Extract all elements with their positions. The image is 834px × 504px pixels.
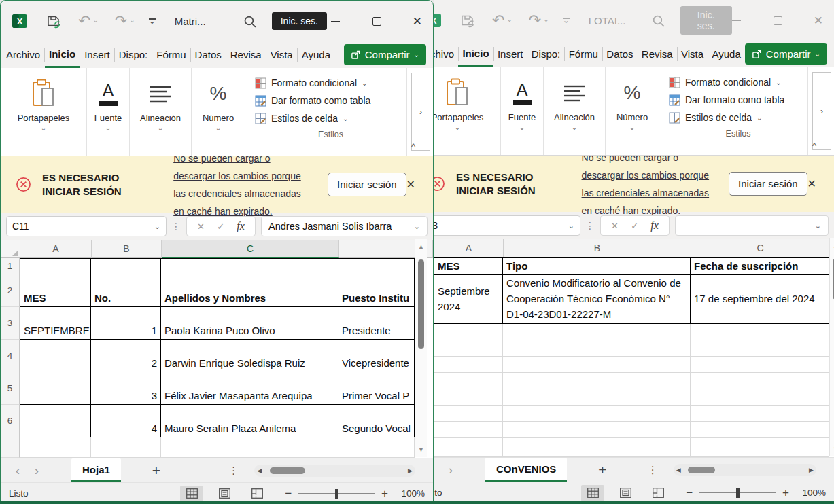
zoom-slider[interactable] [699, 492, 776, 493]
cell[interactable]: 3 [91, 372, 161, 405]
redo-icon[interactable]: ↷ [115, 14, 127, 29]
horizontal-scrollbar[interactable]: ◀ ▶ [674, 464, 816, 476]
tab-inicio[interactable]: Inicio [45, 41, 80, 68]
page-break-view-icon[interactable] [245, 486, 268, 502]
tab-formulas[interactable]: Fórmu [152, 41, 190, 68]
column-header-a[interactable]: A [20, 240, 92, 258]
save-icon[interactable] [459, 12, 476, 29]
name-box[interactable]: C11 ⌄ [6, 216, 167, 236]
zoom-in-icon[interactable]: + [381, 487, 388, 501]
banner-close-icon[interactable]: ✕ [406, 178, 415, 191]
cell[interactable] [434, 438, 503, 457]
zoom-level[interactable]: 100% [394, 488, 425, 499]
cell[interactable] [434, 340, 503, 357]
cell[interactable]: Paola Karina Puco Olivo [161, 307, 338, 340]
column-header-c[interactable]: C [691, 239, 830, 257]
share-button[interactable]: Compartir⌄ [344, 44, 426, 65]
row-header[interactable]: 3 [1, 307, 20, 340]
ribbon-group-number[interactable]: % Número ⌄ [606, 67, 659, 155]
ribbon-group-number[interactable]: % Número ⌄ [192, 68, 245, 156]
enter-icon[interactable]: ✓ [217, 221, 224, 232]
row-header[interactable]: 2 [1, 274, 20, 307]
cell[interactable] [503, 324, 691, 340]
cell[interactable]: Félix Javier Masapanta Arequipa [161, 372, 338, 405]
cell[interactable] [691, 406, 829, 422]
cell[interactable] [691, 357, 829, 373]
cell[interactable] [691, 340, 829, 357]
undo-icon[interactable]: ↶ [492, 13, 504, 28]
cell[interactable] [338, 258, 415, 274]
formula-bar-handle-icon[interactable]: ⋮ [585, 220, 595, 231]
customize-qat-icon[interactable]: ⌄ [563, 18, 570, 24]
column-header-b[interactable]: B [92, 240, 162, 258]
cell[interactable]: MES [434, 257, 503, 275]
cell[interactable]: Fecha de suscripción [691, 257, 829, 275]
cell[interactable]: Darwin Enrique Soledispa Ruiz [161, 340, 338, 372]
cell[interactable]: Presidente [338, 307, 415, 340]
page-layout-view-icon[interactable] [213, 486, 236, 502]
cell[interactable]: Primer Vocal P [338, 372, 415, 405]
column-header-a[interactable]: A [434, 239, 504, 257]
tab-vista[interactable]: Vista [266, 41, 297, 68]
ribbon-group-clipboard[interactable]: Portapapeles ⌄ [434, 67, 501, 155]
enter-icon[interactable]: ✓ [631, 221, 638, 231]
cell[interactable]: SEPTIEMBRE [20, 307, 91, 340]
minimize-button[interactable] [331, 21, 340, 22]
tab-revisar[interactable]: Revisa [638, 41, 677, 67]
cell[interactable]: Vicepresidente [338, 340, 415, 372]
select-all-corner[interactable] [434, 239, 434, 257]
cell[interactable]: Segundo Vocal [338, 405, 415, 437]
cell[interactable] [20, 258, 91, 274]
conditional-formatting-button[interactable]: Formato condicional⌄ [669, 73, 807, 91]
sheet-tab[interactable]: Hoja1 [71, 458, 121, 482]
tab-insertar[interactable]: Insert [80, 41, 114, 68]
cell[interactable] [503, 438, 691, 457]
ribbon-group-clipboard[interactable]: Portapapeles ⌄ [1, 68, 87, 156]
scroll-up-icon[interactable]: ▲ [418, 239, 424, 254]
minimize-button[interactable] [732, 20, 741, 21]
collapse-ribbon-icon[interactable]: ^ [411, 141, 415, 151]
maximize-button[interactable] [774, 16, 782, 25]
cell[interactable]: No. [91, 274, 161, 307]
tab-archivo[interactable]: Archivo [434, 41, 458, 67]
sheet-tab[interactable]: COnVENIOS [485, 458, 567, 482]
cell-styles-button[interactable]: Estilos de celda⌄ [669, 109, 807, 126]
page-break-view-icon[interactable] [646, 485, 670, 501]
zoom-slider-thumb[interactable] [335, 489, 338, 499]
insert-function-icon[interactable]: fx [237, 220, 245, 232]
banner-details-link[interactable]: No se pueden cargar o descargar los camb… [582, 149, 714, 219]
share-button[interactable]: Compartir⌄ [745, 43, 827, 65]
scroll-left-icon[interactable]: ◀ [676, 467, 681, 473]
format-as-table-button[interactable]: Dar formato como tabla [255, 92, 406, 109]
cell[interactable] [691, 389, 829, 406]
cell[interactable]: Convenio Modificatorio al Convenio de Co… [503, 275, 691, 324]
undo-chevron-icon[interactable]: ⌄ [92, 16, 98, 24]
sheet-options-icon[interactable]: ⋮ [648, 464, 659, 476]
cell[interactable] [20, 405, 91, 437]
cell[interactable] [91, 258, 161, 274]
cell[interactable] [691, 422, 829, 438]
zoom-slider[interactable] [298, 493, 375, 494]
undo-chevron-icon[interactable]: ⌄ [506, 16, 512, 23]
formula-input[interactable]: ⌄ [675, 215, 829, 236]
cell[interactable]: 2 [91, 340, 161, 372]
sign-in-button[interactable]: Inic. ses. [680, 6, 732, 35]
ribbon-group-alignment[interactable]: Alineación ⌄ [130, 68, 192, 156]
cell[interactable]: 4 [91, 405, 161, 437]
save-icon[interactable] [46, 13, 62, 29]
cell[interactable] [434, 324, 503, 340]
tab-disposicion[interactable]: Dispo: [527, 41, 565, 67]
cell[interactable]: Septiembre 2024 [434, 275, 503, 324]
undo-icon[interactable]: ↶ [78, 14, 90, 29]
close-button[interactable]: ✕ [814, 15, 823, 26]
cell[interactable] [503, 389, 691, 406]
cell[interactable]: Puesto Institu [338, 274, 415, 307]
vertical-scrollbar[interactable]: ▲ ▼ [415, 239, 427, 457]
cell[interactable]: Apellidos y Nombres [161, 274, 338, 307]
collapse-ribbon-icon[interactable]: ^ [812, 141, 816, 151]
row-header[interactable]: 4 [1, 340, 20, 372]
name-box[interactable]: B3 ⌄ [434, 215, 580, 236]
ribbon-more-button[interactable]: › [812, 72, 831, 150]
cell[interactable] [434, 373, 503, 389]
tab-inicio[interactable]: Inicio [458, 41, 493, 67]
